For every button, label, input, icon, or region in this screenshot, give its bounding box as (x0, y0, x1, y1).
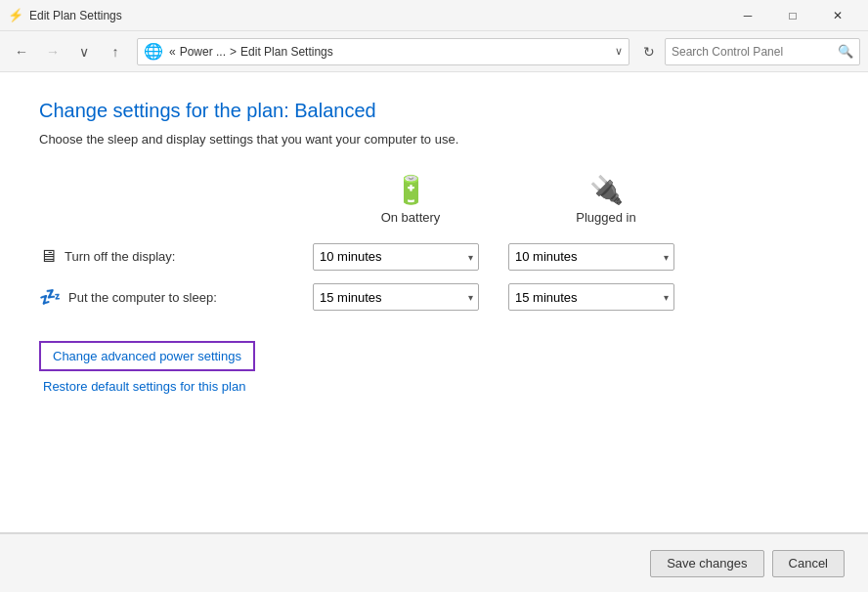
address-arrow: > (230, 45, 237, 59)
display-plugged-select[interactable]: 1 minute 2 minutes 3 minutes 5 minutes 1… (508, 243, 674, 271)
address-separator: « (169, 45, 176, 59)
refresh-button[interactable]: ↻ (637, 40, 661, 63)
close-button[interactable]: ✕ (815, 0, 860, 31)
page-subtitle: Choose the sleep and display settings th… (39, 132, 829, 147)
forward-button[interactable]: → (39, 38, 66, 65)
save-changes-button[interactable]: Save changes (650, 550, 763, 577)
plugged-icon: 🔌 (589, 174, 624, 206)
content-area: Change settings for the plan: Balanced C… (0, 72, 868, 532)
sleep-battery-select-wrapper[interactable]: 1 minute 2 minutes 5 minutes 10 minutes … (313, 283, 508, 311)
up-button[interactable]: ↑ (102, 38, 129, 65)
address-part1: Power ... (180, 45, 226, 59)
recent-button[interactable]: ∨ (70, 38, 98, 65)
nav-bar: ← → ∨ ↑ 🌐 « Power ... > Edit Plan Settin… (0, 31, 868, 72)
maximize-button[interactable]: □ (770, 0, 815, 31)
restore-defaults-link[interactable]: Restore default settings for this plan (43, 379, 829, 394)
plugged-column-header: 🔌 Plugged in (508, 174, 704, 236)
sleep-setting-label: 💤 Put the computer to sleep: (39, 276, 313, 317)
sleep-plugged-select-wrapper[interactable]: 1 minute 2 minutes 5 minutes 10 minutes … (508, 283, 704, 311)
address-dropdown-icon[interactable]: ∨ (615, 45, 623, 58)
sleep-label-text: Put the computer to sleep: (68, 290, 217, 305)
page-title: Change settings for the plan: Balanced (39, 100, 829, 122)
battery-icon: 🔋 (394, 174, 428, 206)
address-bar[interactable]: 🌐 « Power ... > Edit Plan Settings ∨ (137, 38, 629, 65)
window-controls: ─ □ ✕ (725, 0, 860, 31)
search-bar[interactable]: 🔍 (665, 38, 860, 65)
window-title: Edit Plan Settings (29, 9, 725, 22)
window-icon: ⚡ (8, 8, 23, 23)
sleep-plugged-select[interactable]: 1 minute 2 minutes 5 minutes 10 minutes … (508, 283, 674, 311)
sleep-icon: 💤 (39, 286, 61, 308)
address-part2: Edit Plan Settings (240, 45, 333, 59)
search-icon: 🔍 (838, 44, 853, 59)
advanced-power-settings-link[interactable]: Change advanced power settings (53, 349, 241, 363)
cancel-button[interactable]: Cancel (772, 550, 845, 577)
settings-grid: 🔋 On battery 🔌 Plugged in 🖥 Turn off the… (39, 174, 829, 317)
display-setting-label: 🖥 Turn off the display: (39, 236, 313, 276)
bottom-bar: Save changes Cancel (0, 533, 868, 592)
search-input[interactable] (672, 45, 838, 59)
display-battery-select-wrapper[interactable]: 1 minute 2 minutes 3 minutes 5 minutes 1… (313, 243, 508, 271)
display-plugged-select-wrapper[interactable]: 1 minute 2 minutes 3 minutes 5 minutes 1… (508, 243, 704, 271)
back-button[interactable]: ← (8, 38, 35, 65)
display-battery-select[interactable]: 1 minute 2 minutes 3 minutes 5 minutes 1… (313, 243, 479, 271)
minimize-button[interactable]: ─ (725, 0, 770, 31)
links-section: Change advanced power settings Restore d… (39, 341, 829, 394)
plugged-label: Plugged in (576, 210, 635, 225)
display-label-text: Turn off the display: (65, 249, 175, 264)
battery-column-header: 🔋 On battery (313, 174, 508, 236)
advanced-link-wrapper: Change advanced power settings (39, 341, 255, 371)
main-content: Change settings for the plan: Balanced C… (0, 72, 868, 592)
battery-label: On battery (381, 210, 441, 225)
address-icon: 🌐 (144, 42, 163, 61)
title-bar: ⚡ Edit Plan Settings ─ □ ✕ (0, 0, 868, 31)
address-path: « Power ... > Edit Plan Settings (169, 45, 609, 59)
sleep-battery-select[interactable]: 1 minute 2 minutes 5 minutes 10 minutes … (313, 283, 479, 311)
display-icon: 🖥 (39, 246, 57, 267)
